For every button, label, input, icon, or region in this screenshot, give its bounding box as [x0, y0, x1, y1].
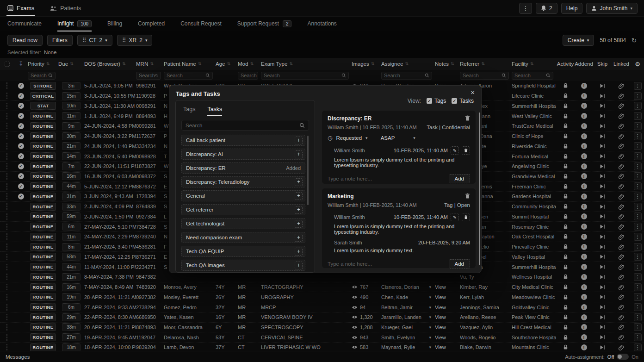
task-list-item[interactable]: Tech QA images + — [181, 260, 305, 271]
assignee-dropdown[interactable]: Maynard, Rylie ▾ — [381, 344, 435, 350]
edit-note-button[interactable]: ✎ — [451, 213, 459, 221]
column-header-referrer[interactable]: Referrer⇅ — [460, 61, 512, 67]
row-menu-button[interactable]: ⋮ — [634, 112, 642, 120]
row-checkbox[interactable] — [0, 314, 14, 320]
add-task-button[interactable]: + — [295, 248, 303, 256]
column-search-input[interactable]: Search — [238, 72, 258, 80]
column-search-input[interactable]: Search — [460, 72, 509, 80]
trash-icon[interactable] — [465, 115, 470, 121]
modality-filter-xr[interactable]: ⠿ XR 2 ▾ — [117, 35, 153, 46]
row-checkbox[interactable] — [0, 325, 14, 330]
row-menu-button[interactable]: ⋮ — [634, 82, 642, 90]
task-search-input[interactable]: Search — [181, 120, 309, 131]
create-button[interactable]: Create ▾ — [563, 35, 594, 46]
tab-tags[interactable]: Tags — [183, 106, 195, 116]
linked-button[interactable] — [612, 284, 631, 290]
assignee-dropdown[interactable]: Cisneros, Dorian ▾ — [381, 284, 435, 290]
row-checkbox[interactable] — [0, 123, 14, 129]
linked-button[interactable] — [612, 93, 631, 99]
status-dropdown[interactable]: ◷ Requested ▾ — [328, 135, 368, 141]
row-menu-button[interactable]: ⋮ — [634, 303, 642, 311]
assignee-dropdown[interactable]: Smith, Evelynn ▾ — [381, 335, 435, 340]
column-search-input[interactable]: Search — [136, 72, 161, 80]
nav-tab-inflight[interactable]: Inflight100 — [57, 17, 92, 31]
row-checkbox[interactable] — [0, 174, 14, 179]
row-menu-button[interactable]: ⋮ — [634, 293, 642, 301]
row-checkbox[interactable] — [0, 344, 14, 350]
skip-button[interactable] — [593, 305, 612, 310]
row-menu-button[interactable]: ⋮ — [634, 323, 642, 331]
row-menu-button[interactable]: ⋮ — [634, 203, 642, 211]
row-menu-button[interactable]: ⋮ — [634, 132, 642, 140]
add-note-button[interactable]: Add — [449, 174, 470, 183]
column-header-exam-type[interactable]: Exam Type⇅ — [261, 61, 352, 67]
linked-button[interactable] — [612, 103, 631, 109]
skip-button[interactable] — [593, 234, 612, 239]
view-tags-checkbox[interactable]: ✓Tags — [427, 98, 446, 104]
skip-button[interactable] — [593, 184, 612, 189]
linked-button[interactable] — [612, 324, 631, 330]
notes-view-link[interactable]: View — [435, 335, 446, 340]
user-menu-button[interactable]: John Smith ▾ — [586, 3, 638, 14]
assignee-dropdown[interactable]: Jaramillo, Landen ▾ — [381, 314, 435, 320]
linked-button[interactable] — [612, 274, 631, 280]
notes-view-link[interactable]: View — [435, 294, 446, 300]
task-list-item[interactable]: Get referrer + — [181, 204, 305, 215]
column-search-input[interactable]: Search — [512, 72, 553, 80]
row-menu-button[interactable]: ⋮ — [634, 102, 642, 110]
modal-scrollbar[interactable] — [479, 112, 480, 265]
row-menu-button[interactable]: ⋮ — [634, 182, 642, 190]
row-checkbox[interactable] — [0, 254, 14, 260]
tab-exams[interactable]: Exams — [6, 0, 35, 16]
row-checkbox[interactable] — [0, 83, 14, 88]
linked-button[interactable] — [612, 264, 631, 270]
task-list-item[interactable]: Discrepancy: ER Added — [181, 162, 305, 174]
row-menu-button[interactable]: ⋮ — [634, 313, 642, 321]
add-task-button[interactable]: + — [295, 150, 303, 158]
row-menu-button[interactable]: ⋮ — [634, 233, 642, 241]
skip-button[interactable] — [593, 275, 612, 280]
tab-tasks[interactable]: Tasks — [207, 106, 222, 116]
column-header-facility[interactable]: Facility⇅ — [512, 61, 556, 67]
add-task-button[interactable]: + — [295, 234, 303, 242]
row-menu-button[interactable]: ⋮ — [634, 263, 642, 271]
view-tasks-checkbox[interactable]: ✓Tasks — [452, 98, 474, 104]
row-checkbox[interactable] — [0, 113, 14, 119]
linked-button[interactable] — [612, 173, 631, 179]
column-header-age[interactable]: Age⇅ — [216, 61, 238, 67]
row-menu-button[interactable]: ⋮ — [634, 283, 642, 291]
row-checkbox[interactable] — [0, 335, 14, 340]
skip-button[interactable] — [593, 113, 612, 119]
add-note-button[interactable]: Add — [449, 259, 470, 268]
trash-icon[interactable] — [465, 193, 470, 199]
note-input[interactable]: Type a note here... — [328, 261, 372, 267]
task-list-item[interactable]: Get technologist + — [181, 218, 305, 229]
task-list-item[interactable]: Tech QA EQUIP + — [181, 246, 305, 257]
row-checkbox[interactable] — [0, 193, 14, 199]
linked-button[interactable] — [612, 304, 631, 310]
column-search-input[interactable]: Search — [381, 72, 432, 80]
task-list-item[interactable]: Need comparison exam + — [181, 232, 305, 243]
row-checkbox[interactable] — [0, 93, 14, 99]
linked-button[interactable] — [612, 193, 631, 200]
table-settings-gear-icon[interactable]: ⚙ — [631, 61, 644, 68]
row-checkbox[interactable] — [0, 294, 14, 300]
task-list-item[interactable]: Discrepancy: AI + — [181, 149, 305, 160]
more-options-button[interactable]: ⋮ — [519, 3, 532, 14]
skip-button[interactable] — [593, 254, 612, 259]
row-menu-button[interactable]: ⋮ — [634, 212, 642, 220]
row-checkbox[interactable] — [0, 274, 14, 280]
row-checkbox[interactable] — [0, 204, 14, 209]
skip-button[interactable] — [593, 154, 612, 159]
skip-button[interactable] — [593, 124, 612, 129]
linked-button[interactable] — [612, 314, 631, 320]
row-checkbox[interactable] — [0, 284, 14, 290]
skip-button[interactable] — [593, 244, 612, 250]
edit-note-button[interactable]: ✎ — [451, 146, 459, 155]
add-task-button[interactable]: + — [295, 262, 303, 269]
assignee-dropdown[interactable]: Krueger, Gael ▾ — [381, 325, 435, 330]
read-now-button[interactable]: Read now — [7, 35, 43, 46]
skip-button[interactable] — [593, 325, 612, 330]
linked-button[interactable] — [612, 344, 631, 350]
row-menu-button[interactable]: ⋮ — [634, 193, 642, 200]
